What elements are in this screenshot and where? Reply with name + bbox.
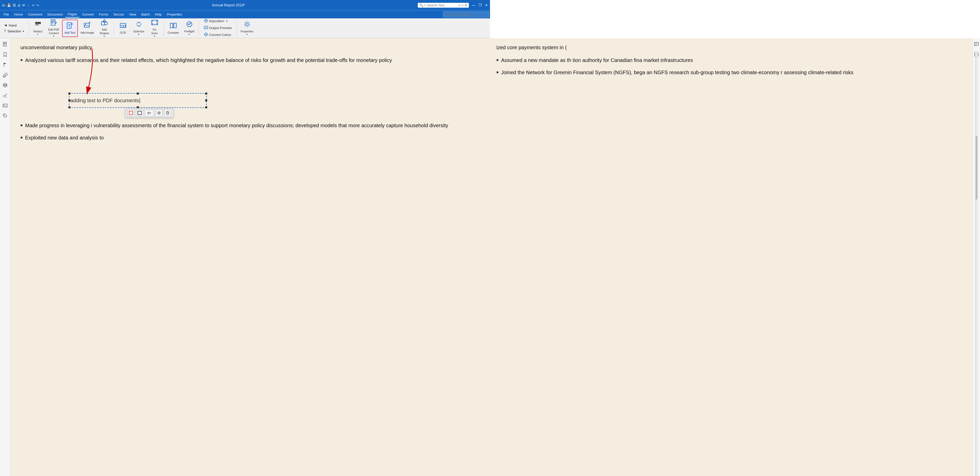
toolbar-separator-1	[29, 21, 29, 36]
text-tool-btn-1[interactable]	[127, 109, 135, 116]
search-tools-input[interactable]	[443, 11, 489, 17]
text-formatting-toolbar: C ▾	[125, 108, 173, 118]
ocr-icon: TXT	[119, 22, 127, 30]
menu-help[interactable]: Help	[152, 11, 164, 17]
handle-lm[interactable]	[68, 100, 70, 102]
save-icon[interactable]: 💾	[7, 3, 11, 7]
text-settings-button[interactable]	[156, 109, 162, 116]
print-icon[interactable]: 🖨	[18, 3, 21, 7]
bullet-item-2: ■ Made progress in leveraging i vulnerab…	[21, 121, 486, 130]
handle-bl[interactable]	[68, 106, 70, 108]
menu-file[interactable]: File	[1, 11, 11, 17]
menu-properties[interactable]: Properties	[164, 11, 185, 17]
close-search-icon[interactable]: ✕	[465, 3, 467, 7]
hand-tool-button[interactable]: ☚ Hand	[3, 23, 25, 28]
imposition-icon	[204, 19, 208, 24]
menu-pages[interactable]: Pages	[65, 11, 80, 17]
add-text-button[interactable]: T Add Text	[62, 20, 78, 37]
prev-result-icon[interactable]: <	[458, 3, 461, 7]
optimize-button[interactable]: Optimize ▾	[131, 20, 146, 37]
signatures-panel-button[interactable]	[1, 91, 9, 100]
bookmark-panel-button[interactable]	[1, 51, 9, 59]
page-panel-button[interactable]	[1, 40, 9, 48]
next-result-icon[interactable]: >	[461, 3, 463, 7]
attachments-panel-button[interactable]	[1, 71, 9, 79]
preflight-dropdown-icon: ▾	[189, 33, 190, 36]
minimize-button[interactable]: —	[472, 3, 476, 7]
add-image-icon	[84, 22, 91, 30]
file-open-icon[interactable]: 🗁	[2, 3, 5, 7]
images-panel-button[interactable]	[1, 102, 9, 109]
edit-pdf-icon	[50, 19, 57, 27]
menu-convert[interactable]: Convert	[80, 11, 97, 17]
close-button[interactable]: ✕	[485, 3, 488, 7]
tags-panel-button[interactable]	[1, 112, 9, 120]
properties-button[interactable]: Properties ▾	[239, 20, 256, 37]
handle-tl[interactable]	[68, 92, 70, 95]
handle-br[interactable]	[205, 106, 207, 108]
handle-rm[interactable]	[205, 100, 207, 102]
svg-rect-55	[129, 111, 133, 115]
selection-icon: T	[4, 29, 6, 33]
convert-colors-icon	[204, 32, 208, 37]
toolbar: ☚ Hand T Selection ▾ Redact ▾ Edit PDFC	[0, 18, 490, 38]
color-label: C	[148, 111, 150, 115]
handle-tr[interactable]	[205, 92, 207, 95]
text-delete-button[interactable]	[164, 109, 171, 116]
email-icon[interactable]: ✉	[22, 3, 25, 7]
fix-scan-button[interactable]: FixScan ▾	[147, 20, 162, 37]
search-text-input[interactable]	[427, 3, 458, 7]
ocr-button[interactable]: TXT OCR	[115, 20, 130, 37]
document-content: unconventional monetary policy ■ Analyze…	[21, 43, 490, 146]
menu-batch[interactable]: Batch	[139, 11, 152, 17]
redact-button[interactable]: Redact ▾	[30, 20, 46, 37]
undo-icon[interactable]: ↩	[32, 3, 35, 7]
svg-point-37	[246, 23, 248, 25]
svg-rect-6	[52, 22, 55, 22]
convert-colors-button[interactable]: Convert Colors	[202, 32, 233, 38]
add-shapes-button[interactable]: AddShapes ▾	[97, 20, 112, 37]
left-sidebar	[0, 38, 10, 238]
svg-rect-4	[51, 20, 55, 25]
compare-button[interactable]: Compare	[165, 20, 181, 37]
svg-marker-43	[3, 83, 7, 86]
bullet-text-3: Exploited new data and analysis to	[25, 133, 103, 142]
save-as-icon[interactable]: 🖫	[13, 3, 16, 7]
toolbar-right-section: Imposition ▾ Output Preview Convert Colo…	[200, 17, 235, 40]
svg-point-21	[137, 22, 141, 26]
imposition-button[interactable]: Imposition ▾	[202, 18, 233, 24]
bullet-item-3: ■ Exploited new data and analysis to	[21, 133, 486, 142]
svg-rect-2	[35, 24, 39, 25]
selection-dropdown-icon: ▾	[23, 30, 24, 33]
svg-rect-7	[52, 23, 54, 23]
output-preview-button[interactable]: Output Preview	[202, 25, 233, 31]
menu-comment[interactable]: Comment	[25, 11, 45, 17]
search-text-box[interactable]: 🔍 ▾ < > ✕	[418, 3, 469, 8]
maximize-button[interactable]: ❐	[479, 3, 482, 7]
preflight-button[interactable]: Preflight ▾	[182, 20, 197, 37]
menu-forms[interactable]: Forms	[97, 11, 111, 17]
menu-document[interactable]: Document	[45, 11, 65, 17]
svg-rect-16	[101, 22, 104, 25]
add-image-button[interactable]: Add Image	[78, 20, 96, 37]
redo-icon[interactable]: ↪	[36, 3, 39, 7]
optimize-dropdown-icon: ▾	[138, 33, 139, 36]
fix-scan-dropdown-icon: ▾	[154, 35, 155, 38]
text-box-overlay[interactable]: adding text to PDF documents|	[69, 93, 207, 108]
add-text-icon: T	[66, 22, 73, 30]
optimize-icon	[135, 21, 142, 29]
text-color-button[interactable]: C ▾	[145, 109, 154, 116]
edit-pdf-content-button[interactable]: Edit PDFContent ▾	[46, 20, 62, 37]
handle-tm[interactable]	[137, 92, 139, 95]
menu-secure[interactable]: Secure	[111, 11, 127, 17]
selection-tool-button[interactable]: T Selection ▾	[3, 29, 25, 34]
menu-bar: File Home Comment Document Pages Convert…	[0, 10, 490, 18]
menu-view[interactable]: View	[127, 11, 139, 17]
text-tool-btn-2[interactable]	[136, 109, 143, 116]
convert-colors-label: Convert Colors	[209, 33, 231, 37]
svg-rect-40	[4, 44, 6, 44]
flag-panel-button[interactable]	[1, 61, 9, 69]
menu-home[interactable]: Home	[11, 11, 25, 17]
layers-panel-button[interactable]	[1, 81, 9, 89]
svg-point-47	[3, 105, 4, 106]
